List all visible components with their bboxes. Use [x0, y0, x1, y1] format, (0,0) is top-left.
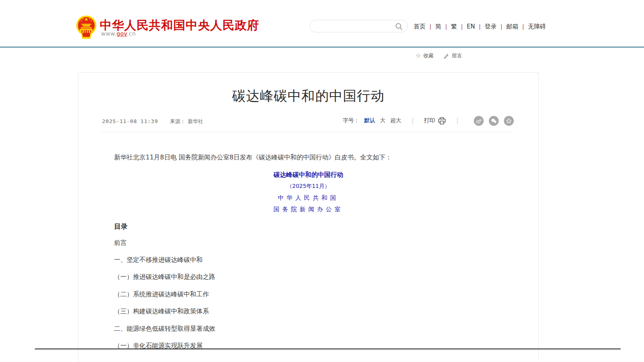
- nav-separator: |: [461, 23, 463, 30]
- toc-item: （三）构建碳达峰碳中和政策体系: [114, 307, 209, 316]
- nav-separator: |: [479, 23, 481, 30]
- toolbar-separator: |: [456, 117, 458, 124]
- printer-icon[interactable]: [438, 117, 446, 125]
- meta-divider: [101, 132, 513, 132]
- fontsize-large-button[interactable]: 大: [380, 117, 386, 124]
- search-input[interactable]: [316, 21, 390, 31]
- article-title: 碳达峰碳中和的中国行动: [78, 87, 538, 105]
- article-toolbar: 字号： 默认 大 超大 | 打印 |: [343, 115, 514, 127]
- nav-separator: |: [429, 23, 431, 30]
- fontsize-default-button[interactable]: 默认: [364, 117, 375, 124]
- nav-item-traditional[interactable]: 繁: [451, 23, 457, 30]
- intro-paragraph: 新华社北京11月8日电 国务院新闻办公室8日发布《碳达峰碳中和的中国行动》白皮书…: [101, 153, 517, 162]
- pencil-icon[interactable]: [443, 53, 449, 59]
- bottom-edge-line: [35, 349, 621, 349]
- favorite-link[interactable]: 收藏: [423, 52, 433, 59]
- nav-item-english[interactable]: EN: [467, 23, 475, 30]
- fontsize-label: 字号：: [343, 117, 359, 124]
- site-url[interactable]: www.gov.cn: [101, 30, 136, 37]
- toc-item: （一）推进碳达峰碳中和是必由之路: [114, 272, 215, 282]
- comment-link[interactable]: 留言: [452, 52, 462, 59]
- national-emblem-logo[interactable]: [75, 15, 97, 40]
- site-header: 中华人民共和国中央人民政府 www.gov.cn 首页 | 简 | 繁 | EN…: [0, 0, 644, 47]
- nav-item-simplified[interactable]: 简: [435, 23, 441, 30]
- document-org-line2: 国务院新闻办公室: [78, 205, 538, 214]
- toc-item: （二）系统推进碳达峰碳中和工作: [114, 290, 209, 299]
- source-value[interactable]: 新华社: [188, 118, 203, 125]
- nav-separator: |: [501, 23, 503, 30]
- toc-item: 前言: [114, 238, 127, 248]
- toc-heading: 目录: [114, 222, 127, 232]
- weibo-share-icon[interactable]: [474, 116, 484, 126]
- search-box: [310, 20, 408, 32]
- nav-item-mail[interactable]: 邮箱: [506, 23, 518, 30]
- document-org-line1: 中华人民共和国: [78, 193, 538, 203]
- toc-item: 一、坚定不移推进碳达峰碳中和: [114, 255, 203, 265]
- site-url-gov: gov: [117, 30, 127, 37]
- nav-item-login[interactable]: 登录: [485, 23, 497, 30]
- toolbar-separator: |: [412, 117, 414, 124]
- site-url-www: www.: [101, 30, 117, 37]
- page-action-row: ☆ 收藏 留言: [416, 52, 462, 59]
- wechat-share-icon[interactable]: [489, 116, 499, 126]
- print-button[interactable]: 打印: [424, 117, 435, 124]
- site-url-cn: .cn: [127, 30, 136, 37]
- nav-separator: |: [522, 23, 524, 30]
- favorite-share-icon[interactable]: [504, 116, 514, 126]
- document-date: （2025年11月）: [78, 182, 538, 190]
- nav-separator: |: [445, 23, 447, 30]
- nav-item-home[interactable]: 首页: [414, 23, 426, 30]
- document-title: 碳达峰碳中和的中国行动: [78, 170, 538, 180]
- source-label: 来源：: [170, 118, 185, 125]
- toc-item: 二、能源绿色低碳转型取得显著成效: [114, 324, 215, 334]
- article-panel: 碳达峰碳中和的中国行动 2025-11-08 11:39 来源： 新华社 字号：…: [78, 72, 539, 362]
- publish-date: 2025-11-08 11:39: [102, 118, 158, 124]
- article-meta: 2025-11-08 11:39 来源： 新华社: [102, 118, 203, 125]
- fontsize-xlarge-button[interactable]: 超大: [390, 117, 401, 124]
- favorite-star-icon[interactable]: ☆: [416, 53, 421, 59]
- nav-item-accessibility[interactable]: 无障碍: [528, 23, 546, 30]
- top-nav: 首页 | 简 | 繁 | EN | 登录 | 邮箱 | 无障碍: [414, 22, 546, 31]
- search-icon[interactable]: [395, 23, 403, 30]
